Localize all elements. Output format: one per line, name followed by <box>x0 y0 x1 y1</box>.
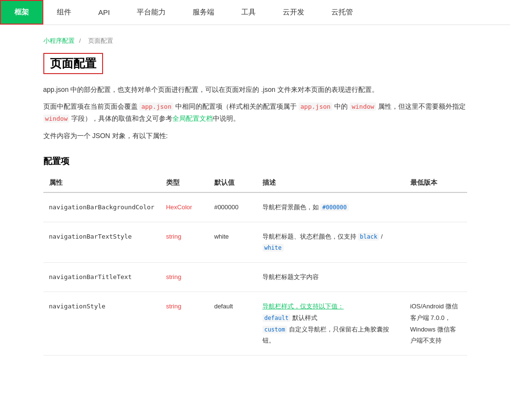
cell-type: string <box>160 222 209 263</box>
cell-desc: 导航栏标题、状态栏颜色，仅支持 black / white <box>257 222 405 263</box>
cell-desc: 导航栏样式，仅支持以下值： default 默认样式 custom 自定义导航栏… <box>257 292 405 355</box>
cell-version: iOS/Android 微信客户端 7.0.0，Windows 微信客户端不支持 <box>405 292 467 355</box>
th-default: 默认值 <box>209 175 257 192</box>
nav-item-components[interactable]: 组件 <box>43 1 85 24</box>
nav-item-framework[interactable]: 框架 <box>0 0 43 25</box>
cell-desc: 导航栏背景颜色，如 #000000 <box>257 192 405 222</box>
nav-item-tools[interactable]: 工具 <box>228 1 269 24</box>
cell-type: string <box>160 263 209 292</box>
cell-default <box>209 263 257 292</box>
table-header-row: 属性 类型 默认值 描述 最低版本 <box>43 175 467 192</box>
th-desc: 描述 <box>257 175 405 192</box>
th-version: 最低版本 <box>405 175 467 192</box>
breadcrumb-current: 页面配置 <box>88 37 113 44</box>
nav-style-link[interactable]: 导航栏样式，仅支持以下值： <box>262 303 344 310</box>
cell-prop: navigationStyle <box>43 292 160 355</box>
nav-item-api[interactable]: API <box>85 1 123 23</box>
cell-version <box>405 263 467 292</box>
th-type: 类型 <box>160 175 209 192</box>
breadcrumb-separator: / <box>79 37 81 44</box>
cell-default: white <box>209 222 257 263</box>
desc-1: app.json 中的部分配置，也支持对单个页面进行配置，可以在页面对应的 .j… <box>43 84 467 96</box>
cell-desc: 导航栏标题文字内容 <box>257 263 405 292</box>
cell-prop: navigationBarTitleText <box>43 263 160 292</box>
nav-item-platform[interactable]: 平台能力 <box>123 1 179 24</box>
cell-type: HexColor <box>160 192 209 222</box>
nav-item-cloud-dev[interactable]: 云开发 <box>269 1 318 24</box>
config-table: 属性 类型 默认值 描述 最低版本 navigationBarBackgroun… <box>43 175 467 356</box>
cell-prop: navigationBarBackgroundColor <box>43 192 160 222</box>
breadcrumb-parent[interactable]: 小程序配置 <box>43 37 75 44</box>
cell-default: default <box>209 292 257 355</box>
cell-default: #000000 <box>209 192 257 222</box>
cell-type: string <box>160 292 209 355</box>
breadcrumb: 小程序配置 / 页面配置 <box>43 37 467 45</box>
page-title: 页面配置 <box>43 53 103 74</box>
th-prop: 属性 <box>43 175 160 192</box>
cell-version <box>405 192 467 222</box>
table-row: navigationStyle string default 导航栏样式，仅支持… <box>43 292 467 355</box>
main-content: 小程序配置 / 页面配置 页面配置 app.json 中的部分配置，也支持对单个… <box>24 25 486 367</box>
desc-2: 页面中配置项在当前页面会覆盖 app.json 中相同的配置项（样式相关的配置项… <box>43 101 467 125</box>
nav-item-server[interactable]: 服务端 <box>179 1 228 24</box>
section-heading-config: 配置项 <box>43 155 467 167</box>
top-nav: 框架 组件 API 平台能力 服务端 工具 云开发 云托管 <box>0 0 510 25</box>
cell-prop: navigationBarTextStyle <box>43 222 160 263</box>
table-row: navigationBarBackgroundColor HexColor #0… <box>43 192 467 222</box>
nav-item-cloud-host[interactable]: 云托管 <box>318 1 366 24</box>
cell-version <box>405 222 467 263</box>
global-config-link[interactable]: 全局配置文档 <box>172 115 213 122</box>
desc-3: 文件内容为一个 JSON 对象，有以下属性: <box>43 130 467 142</box>
table-row: navigationBarTitleText string 导航栏标题文字内容 <box>43 263 467 292</box>
table-row: navigationBarTextStyle string white 导航栏标… <box>43 222 467 263</box>
